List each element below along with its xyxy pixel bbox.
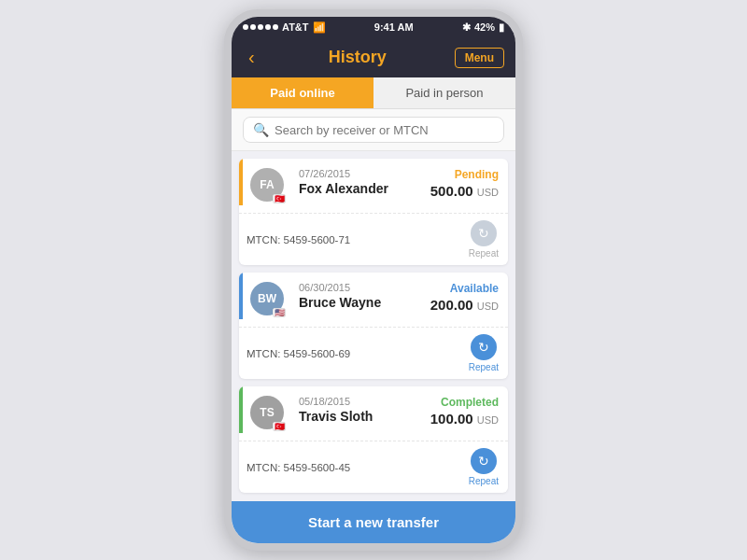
- card-left-border-3: TS 🇹🇷 05/18/2015 Travis Sloth: [239, 386, 508, 433]
- card-content-3: TS 🇹🇷 05/18/2015 Travis Sloth: [243, 386, 508, 433]
- card-amount-1: 500.00 USD: [430, 183, 499, 199]
- signal-dot-1: [243, 24, 248, 30]
- mtcn-text-3: MTCN: 5459-5600-45: [247, 462, 350, 473]
- signal-dot-3: [258, 24, 263, 30]
- repeat-button-1[interactable]: ↻ Repeat: [469, 220, 499, 259]
- search-bar: 🔍: [232, 109, 515, 151]
- back-button[interactable]: ‹: [243, 45, 261, 70]
- repeat-button-2[interactable]: ↻ Repeat: [469, 334, 499, 372]
- signal-dots: [243, 24, 278, 30]
- header: ‹ History Menu: [232, 37, 515, 77]
- card-content-1: FA 🇹🇷 07/26/2015 Fox Alexander: [243, 159, 508, 205]
- transfer-card-1: FA 🇹🇷 07/26/2015 Fox Alexander: [239, 159, 508, 265]
- card-status-1: Pending: [430, 168, 499, 181]
- wifi-icon: 📶: [313, 21, 326, 34]
- mtcn-text-1: MTCN: 5459-5600-71: [247, 234, 350, 245]
- card-content-2: BW 🇺🇸 06/30/2015 Bruce Wayne: [243, 273, 508, 319]
- card-name-3: Travis Sloth: [299, 409, 373, 424]
- menu-button[interactable]: Menu: [455, 48, 504, 68]
- card-status-2: Available: [430, 282, 499, 295]
- mtcn-text-2: MTCN: 5459-5600-69: [247, 348, 350, 359]
- repeat-button-3[interactable]: ↻ Repeat: [469, 448, 499, 486]
- tab-paid-online[interactable]: Paid online: [232, 77, 374, 108]
- signal-dot-5: [273, 24, 278, 30]
- start-transfer-button[interactable]: Start a new transfer: [232, 501, 515, 543]
- avatar-container-3: TS 🇹🇷: [250, 396, 284, 429]
- repeat-label-2: Repeat: [469, 362, 499, 372]
- card-info-3: 05/18/2015 Travis Sloth: [299, 396, 373, 424]
- flag-badge-2: 🇺🇸: [273, 308, 286, 317]
- battery-label: 42%: [474, 21, 495, 33]
- card-date-3: 05/18/2015: [299, 396, 373, 407]
- status-right: ✱ 42% ▮: [462, 21, 504, 34]
- avatar-container-2: BW 🇺🇸: [250, 282, 284, 315]
- avatar-container-1: FA 🇹🇷: [250, 168, 284, 202]
- card-date-2: 06/30/2015: [299, 282, 381, 293]
- carrier-label: AT&T: [282, 21, 309, 33]
- status-bar: AT&T 📶 9:41 AM ✱ 42% ▮: [232, 17, 515, 37]
- flag-badge-1: 🇹🇷: [273, 194, 286, 203]
- search-input[interactable]: [275, 123, 494, 137]
- card-status-amount-3: Completed 100.00 USD: [430, 396, 499, 427]
- page-title: History: [329, 48, 387, 67]
- card-date-1: 07/26/2015: [299, 168, 388, 179]
- card-info-2: 06/30/2015 Bruce Wayne: [299, 282, 381, 310]
- flag-badge-3: 🇹🇷: [273, 422, 286, 431]
- time-label: 9:41 AM: [374, 21, 414, 33]
- tab-paid-in-person[interactable]: Paid in person: [374, 77, 515, 108]
- signal-dot-2: [250, 24, 256, 30]
- repeat-label-3: Repeat: [469, 476, 499, 486]
- repeat-icon-2: ↻: [471, 334, 497, 360]
- battery-icon: ▮: [499, 21, 504, 34]
- card-status-3: Completed: [430, 396, 499, 409]
- card-top-3: TS 🇹🇷 05/18/2015 Travis Sloth: [250, 396, 499, 429]
- card-top-2: BW 🇺🇸 06/30/2015 Bruce Wayne: [250, 282, 499, 315]
- repeat-label-1: Repeat: [469, 248, 499, 259]
- search-icon: 🔍: [253, 122, 269, 137]
- transfer-list: FA 🇹🇷 07/26/2015 Fox Alexander: [232, 151, 515, 501]
- card-amount-2: 200.00 USD: [430, 297, 499, 313]
- card-left-border-2: BW 🇺🇸 06/30/2015 Bruce Wayne: [239, 273, 508, 319]
- card-name-1: Fox Alexander: [299, 181, 388, 196]
- card-top-1: FA 🇹🇷 07/26/2015 Fox Alexander: [250, 168, 499, 202]
- repeat-icon-3: ↻: [471, 448, 497, 474]
- bluetooth-icon: ✱: [462, 21, 471, 34]
- transfer-card-3: TS 🇹🇷 05/18/2015 Travis Sloth: [239, 386, 508, 493]
- repeat-icon-1: ↻: [471, 220, 497, 246]
- mtcn-row-2: MTCN: 5459-5600-69 ↻ Repeat: [239, 327, 508, 379]
- card-status-amount-2: Available 200.00 USD: [430, 282, 499, 313]
- card-info-1: 07/26/2015 Fox Alexander: [299, 168, 388, 196]
- transfer-card-2: BW 🇺🇸 06/30/2015 Bruce Wayne: [239, 273, 508, 379]
- signal-dot-4: [265, 24, 271, 30]
- search-inner: 🔍: [243, 117, 504, 143]
- status-left: AT&T 📶: [243, 21, 326, 34]
- mtcn-row-3: MTCN: 5459-5600-45 ↻ Repeat: [239, 441, 508, 493]
- card-amount-3: 100.00 USD: [430, 411, 499, 427]
- card-left-border-1: FA 🇹🇷 07/26/2015 Fox Alexander: [239, 159, 508, 205]
- card-status-amount-1: Pending 500.00 USD: [430, 168, 499, 199]
- mtcn-row-1: MTCN: 5459-5600-71 ↻ Repeat: [239, 213, 508, 265]
- tab-bar: Paid online Paid in person: [232, 77, 515, 109]
- phone-frame: AT&T 📶 9:41 AM ✱ 42% ▮ ‹ History Menu Pa…: [224, 9, 523, 551]
- card-name-2: Bruce Wayne: [299, 295, 381, 310]
